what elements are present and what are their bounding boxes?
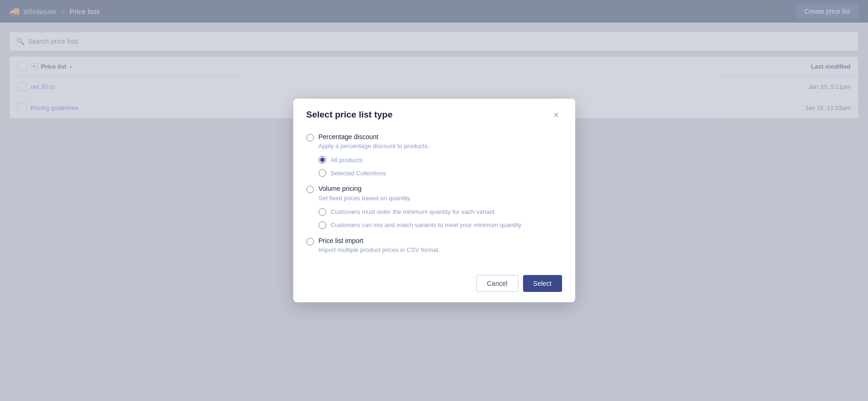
- modal-body: Percentage discount Apply a percentage d…: [293, 129, 575, 268]
- volume-pricing-description: Set fixed prices based on quantity.: [319, 195, 412, 202]
- modal-overlay: Select price list type × Percentage disc…: [0, 0, 868, 401]
- volume-pricing-main-label: Volume pricing: [319, 184, 412, 194]
- percentage-discount-main-label: Percentage discount: [319, 133, 430, 142]
- percentage-discount-radio[interactable]: [306, 134, 314, 142]
- modal-title: Select price list type: [306, 110, 393, 120]
- volume-pricing-label[interactable]: Volume pricing Set fixed prices based on…: [306, 184, 562, 202]
- all-products-radio[interactable]: [319, 156, 326, 164]
- price-list-import-option: Price list import Import multiple produc…: [306, 236, 562, 254]
- all-products-text: All products: [331, 157, 363, 164]
- volume-pricing-option: Volume pricing Set fixed prices based on…: [306, 184, 562, 232]
- modal-footer: Cancel Select: [293, 267, 575, 302]
- price-list-import-description: Import multiple product prices in CSV fo…: [319, 246, 440, 253]
- price-list-import-radio[interactable]: [306, 238, 314, 245]
- selected-collections-label[interactable]: Selected Collections: [319, 166, 562, 180]
- min-quantity-per-variant-label[interactable]: Customers must order the minimum quantit…: [319, 205, 562, 219]
- percentage-discount-option: Percentage discount Apply a percentage d…: [306, 133, 562, 180]
- select-price-list-type-modal: Select price list type × Percentage disc…: [293, 99, 575, 303]
- selected-collections-text: Selected Collections: [331, 170, 386, 177]
- select-button[interactable]: Select: [523, 275, 562, 292]
- all-products-label[interactable]: All products: [319, 153, 562, 166]
- volume-pricing-sub-options: Customers must order the minimum quantit…: [306, 205, 562, 232]
- price-list-import-label[interactable]: Price list import Import multiple produc…: [306, 236, 562, 254]
- percentage-discount-description: Apply a percentage discount to products.: [319, 142, 430, 149]
- cancel-button[interactable]: Cancel: [476, 275, 518, 292]
- mix-match-variants-text: Customers can mix and match variants to …: [331, 221, 522, 228]
- selected-collections-radio[interactable]: [319, 169, 326, 177]
- volume-pricing-radio[interactable]: [306, 186, 314, 193]
- price-list-import-main-label: Price list import: [319, 236, 440, 246]
- modal-header: Select price list type ×: [293, 99, 575, 129]
- mix-match-variants-radio[interactable]: [319, 221, 326, 229]
- percentage-discount-sub-options: All products Selected Collections: [306, 153, 562, 180]
- modal-close-button[interactable]: ×: [551, 109, 562, 120]
- min-quantity-per-variant-text: Customers must order the minimum quantit…: [331, 208, 495, 215]
- mix-match-variants-label[interactable]: Customers can mix and match variants to …: [319, 219, 562, 232]
- min-quantity-per-variant-radio[interactable]: [319, 208, 326, 216]
- percentage-discount-label[interactable]: Percentage discount Apply a percentage d…: [306, 133, 562, 150]
